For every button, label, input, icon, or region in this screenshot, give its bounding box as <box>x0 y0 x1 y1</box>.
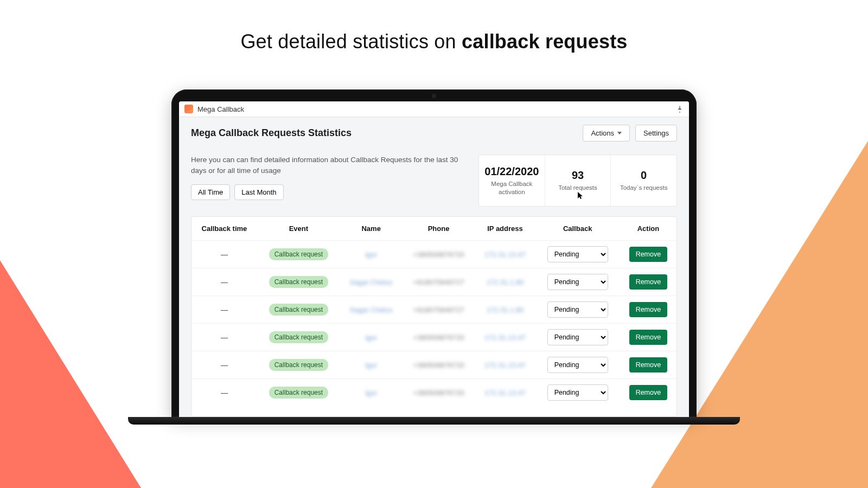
col-phone: Phone <box>402 217 475 241</box>
table-row: —Callback requestIgor+380509876720172.31… <box>192 324 676 351</box>
hero-heading: Get detailed statistics on callback requ… <box>0 0 868 53</box>
cell-event: Callback request <box>257 324 340 351</box>
stat-today-label: Today`s requests <box>620 184 668 192</box>
cell-name: Sagar Chelus <box>340 296 402 324</box>
laptop-bezel: Mega Callback Mega Callback Requests Sta… <box>171 89 697 417</box>
settings-button[interactable]: Settings <box>635 125 677 142</box>
cell-callback-time: — <box>192 296 257 324</box>
cell-phone: +918075849727 <box>402 268 475 296</box>
cell-action: Remove <box>620 324 676 351</box>
hero-prefix: Get detailed statistics on <box>240 30 462 53</box>
event-badge: Callback request <box>269 331 328 343</box>
hero-bold: callback requests <box>462 30 628 53</box>
info-row: Here you can can find detailed informati… <box>179 149 689 207</box>
cell-callback: Pending <box>535 296 620 324</box>
remove-button[interactable]: Remove <box>629 385 668 400</box>
cell-name: Igor <box>340 324 402 351</box>
callback-status-select[interactable]: Pending <box>547 301 608 318</box>
cell-callback-time: — <box>192 268 257 296</box>
stat-today: 0 Today`s requests <box>611 155 676 206</box>
filter-last-month[interactable]: Last Month <box>234 184 283 200</box>
pin-icon[interactable] <box>676 105 684 113</box>
cell-event: Callback request <box>257 351 340 379</box>
cell-callback-time: — <box>192 351 257 379</box>
cell-phone: +380509876720 <box>402 324 475 351</box>
chevron-down-icon <box>617 132 622 134</box>
callback-status-select[interactable]: Pending <box>547 357 608 373</box>
page-title: Mega Callback Requests Statistics <box>191 127 352 139</box>
cell-name: Igor <box>340 379 402 407</box>
cell-callback: Pending <box>535 241 620 268</box>
callback-status-select[interactable]: Pending <box>547 246 608 262</box>
stat-activation-label: Mega Callback activation <box>483 180 540 196</box>
cell-callback-time: — <box>192 241 257 268</box>
col-callback-time: Callback time <box>192 217 257 241</box>
callback-status-select[interactable]: Pending <box>547 329 608 345</box>
time-filters: All Time Last Month <box>191 184 468 200</box>
cell-ip: 172.31.13.47 <box>475 324 535 351</box>
cell-action: Remove <box>620 241 676 268</box>
cell-callback-time: — <box>192 324 257 351</box>
table-row: —Callback requestSagar Chelus+9180758497… <box>192 296 676 324</box>
cell-action: Remove <box>620 379 676 407</box>
table-row: —Callback requestIgor+380509876720172.31… <box>192 241 676 268</box>
app-screen: Mega Callback Mega Callback Requests Sta… <box>179 101 689 417</box>
stat-activation-value: 01/22/2020 <box>484 165 539 178</box>
remove-button[interactable]: Remove <box>629 357 668 373</box>
event-badge: Callback request <box>269 248 328 260</box>
cell-name: Igor <box>340 351 402 379</box>
settings-label: Settings <box>643 129 669 137</box>
cell-callback: Pending <box>535 379 620 407</box>
app-logo-icon <box>184 105 193 113</box>
actions-label: Actions <box>591 129 614 137</box>
page-header: Mega Callback Requests Statistics Action… <box>179 117 689 149</box>
callback-status-select[interactable]: Pending <box>547 384 608 401</box>
page-description: Here you can can find detailed informati… <box>191 155 468 177</box>
stat-activation: 01/22/2020 Mega Callback activation <box>479 155 545 206</box>
col-callback: Callback <box>535 217 620 241</box>
cell-action: Remove <box>620 351 676 379</box>
cell-name: Igor <box>340 241 402 268</box>
cell-callback-time: — <box>192 379 257 407</box>
remove-button[interactable]: Remove <box>629 274 668 290</box>
requests-table: Callback time Event Name Phone IP addres… <box>191 216 677 417</box>
table-row: —Callback requestIgor+380509876720172.31… <box>192 351 676 379</box>
cell-event: Callback request <box>257 296 340 324</box>
callback-status-select[interactable]: Pending <box>547 274 608 290</box>
actions-dropdown-button[interactable]: Actions <box>583 125 630 142</box>
remove-button[interactable]: Remove <box>629 330 668 345</box>
cell-ip: 172.31.13.47 <box>475 379 535 407</box>
event-badge: Callback request <box>269 387 328 399</box>
cell-action: Remove <box>620 268 676 296</box>
table-row: —Callback requestSagar Chelus+9180758497… <box>192 268 676 296</box>
cell-ip: 172.31.1.80 <box>475 268 535 296</box>
event-badge: Callback request <box>269 359 328 371</box>
cell-phone: +380509876720 <box>402 241 475 268</box>
table-row: —Callback requestIgor+380509876720172.31… <box>192 379 676 407</box>
cell-event: Callback request <box>257 268 340 296</box>
cell-callback: Pending <box>535 351 620 379</box>
laptop-mockup: Mega Callback Mega Callback Requests Sta… <box>171 89 697 425</box>
col-event: Event <box>257 217 340 241</box>
laptop-camera <box>432 94 436 98</box>
col-name: Name <box>340 217 402 241</box>
cell-callback: Pending <box>535 324 620 351</box>
stat-cards: 01/22/2020 Mega Callback activation 93 T… <box>478 155 677 207</box>
stat-total-label: Total requests <box>558 184 597 192</box>
titlebar: Mega Callback <box>179 101 689 117</box>
table-header-row: Callback time Event Name Phone IP addres… <box>192 217 676 241</box>
cell-ip: 172.31.1.80 <box>475 296 535 324</box>
cell-event: Callback request <box>257 241 340 268</box>
filter-all-time[interactable]: All Time <box>191 184 230 200</box>
cell-phone: +380509876720 <box>402 379 475 407</box>
cell-event: Callback request <box>257 379 340 407</box>
cell-phone: +918075849727 <box>402 296 475 324</box>
cell-phone: +380509876720 <box>402 351 475 379</box>
event-badge: Callback request <box>269 304 328 316</box>
event-badge: Callback request <box>269 276 328 288</box>
stat-total-value: 93 <box>572 169 584 182</box>
remove-button[interactable]: Remove <box>629 302 668 317</box>
stat-today-value: 0 <box>641 169 647 182</box>
col-ip: IP address <box>475 217 535 241</box>
remove-button[interactable]: Remove <box>629 247 668 262</box>
